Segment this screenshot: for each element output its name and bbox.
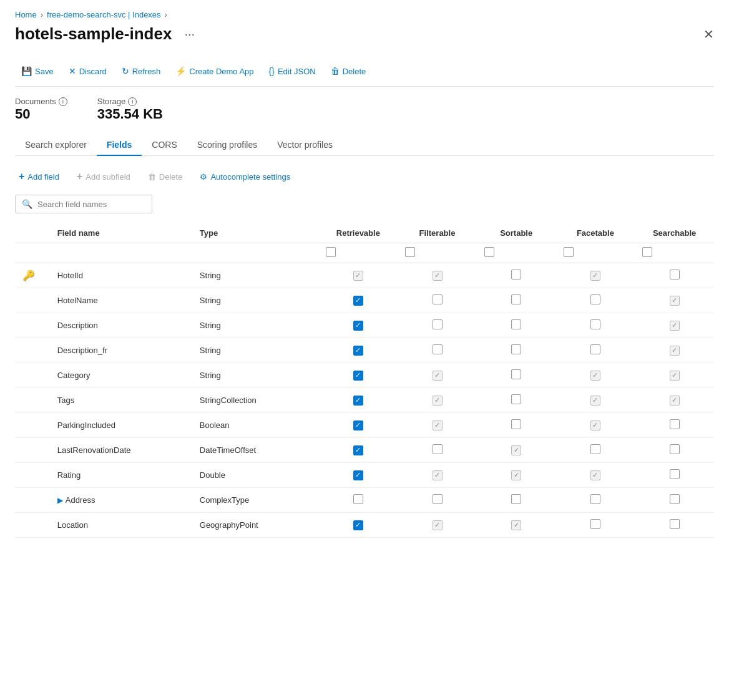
- col-fieldname-header: Field name: [50, 223, 192, 243]
- field-checkbox[interactable]: ✓: [670, 396, 680, 406]
- field-checkbox[interactable]: ✓: [353, 470, 363, 480]
- select-all-facetable[interactable]: [564, 247, 574, 257]
- tab-fields[interactable]: Fields: [97, 135, 142, 156]
- field-checkbox[interactable]: ✓: [590, 470, 600, 480]
- sortable-cell: [477, 313, 556, 338]
- facetable-cell: [556, 438, 635, 463]
- edit-json-button[interactable]: {} Edit JSON: [263, 62, 322, 80]
- field-checkbox[interactable]: ✓: [433, 470, 443, 480]
- field-checkbox[interactable]: ✓: [433, 420, 443, 430]
- field-checkbox[interactable]: ✓: [511, 470, 521, 480]
- key-cell: [15, 313, 50, 338]
- field-checkbox[interactable]: ✓: [353, 396, 363, 406]
- field-checkbox[interactable]: ✓: [590, 371, 600, 381]
- select-all-filterable[interactable]: [405, 247, 415, 257]
- select-all-searchable[interactable]: [642, 247, 652, 257]
- field-checkbox[interactable]: [511, 294, 521, 304]
- facetable-cell: [556, 313, 635, 338]
- select-all-sortable[interactable]: [484, 247, 494, 257]
- field-checkbox[interactable]: ✓: [590, 396, 600, 406]
- field-checkbox[interactable]: ✓: [353, 420, 363, 430]
- facetable-cell: ✓: [556, 388, 635, 413]
- add-field-button[interactable]: + Add field: [15, 168, 63, 185]
- field-checkbox[interactable]: [433, 319, 443, 329]
- field-checkbox[interactable]: ✓: [353, 271, 363, 281]
- field-checkbox[interactable]: ✓: [670, 371, 680, 381]
- breadcrumb-service[interactable]: free-demo-search-svc | Indexes: [47, 10, 161, 19]
- field-checkbox[interactable]: ✓: [433, 520, 443, 530]
- save-button[interactable]: 💾 Save: [15, 62, 60, 80]
- field-checkbox[interactable]: [590, 494, 600, 504]
- field-checkbox[interactable]: ✓: [353, 445, 363, 455]
- field-checkbox[interactable]: [511, 494, 521, 504]
- field-type: ComplexType: [192, 488, 319, 513]
- autocomplete-settings-button[interactable]: ⚙ Autocomplete settings: [196, 170, 294, 184]
- breadcrumb-sep1: ›: [41, 10, 43, 19]
- tab-search-explorer[interactable]: Search explorer: [15, 135, 97, 156]
- field-checkbox[interactable]: [433, 344, 443, 354]
- close-button[interactable]: ✕: [703, 27, 714, 42]
- key-cell: [15, 513, 50, 538]
- field-checkbox[interactable]: [670, 469, 680, 479]
- field-checkbox[interactable]: ✓: [433, 371, 443, 381]
- filterable-cell: ✓: [398, 513, 477, 538]
- field-checkbox[interactable]: [590, 294, 600, 304]
- expand-icon[interactable]: ▶: [57, 496, 63, 505]
- tab-cors[interactable]: CORS: [142, 135, 187, 156]
- field-checkbox[interactable]: ✓: [670, 321, 680, 331]
- field-checkbox[interactable]: [511, 319, 521, 329]
- field-checkbox[interactable]: ✓: [433, 396, 443, 406]
- facetable-cell: [556, 288, 635, 313]
- table-row: Tags StringCollection ✓ ✓ ✓ ✓: [15, 388, 714, 413]
- storage-stat: Storage i 335.54 KB: [97, 97, 163, 122]
- table-row: ParkingIncluded Boolean ✓ ✓ ✓: [15, 413, 714, 438]
- documents-info-icon[interactable]: i: [59, 97, 67, 106]
- field-checkbox[interactable]: [670, 494, 680, 504]
- field-checkbox[interactable]: ✓: [670, 296, 680, 306]
- field-checkbox[interactable]: [590, 444, 600, 454]
- field-checkbox[interactable]: ✓: [353, 346, 363, 356]
- field-type: GeographyPoint: [192, 513, 319, 538]
- ellipsis-button[interactable]: ···: [179, 24, 200, 44]
- field-checkbox[interactable]: ✓: [353, 296, 363, 306]
- field-checkbox[interactable]: ✓: [670, 346, 680, 356]
- field-checkbox[interactable]: [590, 319, 600, 329]
- delete-field-button[interactable]: 🗑 Delete: [144, 170, 187, 184]
- breadcrumb-home[interactable]: Home: [15, 10, 37, 19]
- field-checkbox[interactable]: [433, 494, 443, 504]
- select-all-retrievable[interactable]: [326, 247, 336, 257]
- field-checkbox[interactable]: ✓: [590, 271, 600, 281]
- field-checkbox[interactable]: [433, 294, 443, 304]
- field-checkbox[interactable]: ✓: [353, 321, 363, 331]
- field-checkbox[interactable]: [511, 419, 521, 429]
- delete-button[interactable]: 🗑 Delete: [325, 62, 373, 80]
- field-checkbox[interactable]: ✓: [353, 520, 363, 530]
- field-checkbox[interactable]: ✓: [433, 271, 443, 281]
- field-checkbox[interactable]: [511, 369, 521, 379]
- field-checkbox[interactable]: [590, 519, 600, 529]
- facetable-cell: ✓: [556, 413, 635, 438]
- add-subfield-button[interactable]: + Add subfield: [73, 168, 134, 185]
- field-checkbox[interactable]: ✓: [590, 420, 600, 430]
- field-checkbox[interactable]: [590, 344, 600, 354]
- field-checkbox[interactable]: [670, 444, 680, 454]
- refresh-button[interactable]: ↻ Refresh: [115, 62, 167, 80]
- field-checkbox[interactable]: ✓: [511, 520, 521, 530]
- field-checkbox[interactable]: [670, 270, 680, 280]
- field-checkbox[interactable]: [670, 419, 680, 429]
- field-checkbox[interactable]: [670, 519, 680, 529]
- create-demo-app-button[interactable]: ⚡ Create Demo App: [169, 62, 260, 80]
- tab-scoring-profiles[interactable]: Scoring profiles: [187, 135, 268, 156]
- discard-button[interactable]: ✕ Discard: [62, 62, 113, 80]
- field-checkbox[interactable]: [511, 344, 521, 354]
- search-input[interactable]: [37, 200, 145, 209]
- field-checkbox[interactable]: [511, 270, 521, 280]
- field-checkbox[interactable]: [353, 494, 363, 504]
- field-checkbox[interactable]: ✓: [511, 445, 521, 455]
- table-row: Description_fr String ✓ ✓: [15, 338, 714, 363]
- field-checkbox[interactable]: [511, 394, 521, 404]
- field-checkbox[interactable]: [433, 444, 443, 454]
- field-checkbox[interactable]: ✓: [353, 371, 363, 381]
- storage-info-icon[interactable]: i: [128, 97, 137, 106]
- tab-vector-profiles[interactable]: Vector profiles: [267, 135, 343, 156]
